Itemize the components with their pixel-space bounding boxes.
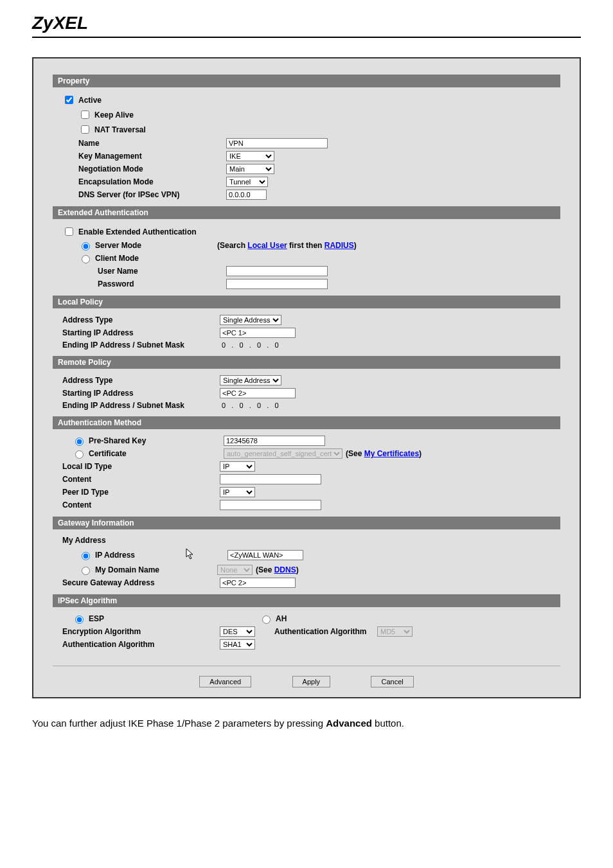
- keep-alive-label: Keep Alive: [94, 111, 134, 120]
- advanced-button[interactable]: Advanced: [199, 676, 251, 687]
- property-section-header: Property: [53, 75, 560, 87]
- local-id-type-select[interactable]: IP: [220, 461, 255, 472]
- active-label: Active: [78, 96, 102, 105]
- logo-divider: [32, 37, 581, 38]
- cancel-button[interactable]: Cancel: [371, 676, 413, 687]
- cursor-icon: [185, 547, 195, 562]
- secure-gateway-label: Secure Gateway Address: [62, 578, 220, 587]
- neg-mode-label: Negotiation Mode: [78, 164, 226, 173]
- peer-id-type-label: Peer ID Type: [62, 488, 220, 497]
- ipsec-alg-section-header: IPSec Algorithm: [53, 594, 560, 607]
- ddns-note: (See DDNS): [256, 565, 299, 574]
- ddns-link[interactable]: DDNS: [274, 565, 296, 574]
- enc-alg-select[interactable]: DES: [220, 626, 255, 637]
- apply-button[interactable]: Apply: [292, 676, 331, 687]
- dns-server-input[interactable]: [226, 190, 267, 200]
- nat-traversal-label: NAT Traversal: [94, 125, 146, 134]
- domain-radio[interactable]: [82, 567, 90, 575]
- encap-mode-label: Encapsulation Mode: [78, 177, 226, 186]
- local-start-ip-input[interactable]: [220, 328, 296, 338]
- auth-alg-label: Authentication Algorithm: [62, 640, 220, 649]
- key-mgmt-select[interactable]: IKE: [226, 151, 274, 161]
- psk-input[interactable]: [224, 436, 325, 446]
- cert-select: auto_generated_self_signed_cert: [224, 448, 342, 459]
- local-addr-type-label: Address Type: [62, 315, 220, 324]
- footer-text: You can further adjust IKE Phase 1/Phase…: [32, 718, 581, 729]
- cert-label: Certificate: [89, 449, 224, 458]
- auth-method-section-header: Authentication Method: [53, 416, 560, 429]
- client-mode-label: Client Mode: [95, 254, 139, 263]
- remote-end-ip-label: Ending IP Address / Subnet Mask: [62, 401, 220, 410]
- local-end-ip-label: Ending IP Address / Subnet Mask: [62, 341, 220, 350]
- remote-end-ip-input: [220, 401, 314, 410]
- brand-logo: ZyXEL: [32, 13, 581, 33]
- local-addr-type-select[interactable]: Single Address: [220, 315, 281, 325]
- esp-label: ESP: [89, 614, 259, 623]
- server-mode-label: Server Mode: [95, 241, 217, 250]
- active-checkbox[interactable]: [65, 96, 73, 104]
- cert-note: (See My Certificates): [346, 449, 422, 458]
- esp-radio[interactable]: [75, 616, 84, 624]
- search-note: (Search Local User first then RADIUS): [217, 241, 357, 250]
- remote-addr-type-select[interactable]: Single Address: [220, 375, 281, 385]
- username-label: User Name: [98, 267, 226, 276]
- ip-address-input[interactable]: [227, 550, 303, 560]
- ah-radio[interactable]: [262, 616, 271, 624]
- peer-content-label: Content: [62, 500, 220, 509]
- dns-server-label: DNS Server (for IPSec VPN): [78, 190, 226, 199]
- vpn-config-form: Property Active Keep Alive NAT Traversal…: [32, 57, 581, 698]
- button-row: Advanced Apply Cancel: [53, 666, 560, 687]
- peer-id-type-select[interactable]: IP: [220, 487, 255, 497]
- remote-addr-type-label: Address Type: [62, 376, 220, 385]
- local-end-ip-input: [220, 341, 314, 350]
- remote-policy-section-header: Remote Policy: [53, 356, 560, 369]
- ext-auth-section-header: Extended Authentication: [53, 206, 560, 219]
- local-content-input[interactable]: [220, 474, 321, 484]
- name-input[interactable]: [226, 138, 328, 148]
- local-content-label: Content: [62, 475, 220, 484]
- gateway-info-section-header: Gateway Information: [53, 517, 560, 529]
- remote-start-ip-label: Starting IP Address: [62, 389, 220, 398]
- psk-label: Pre-Shared Key: [89, 436, 224, 445]
- password-label: Password: [98, 279, 226, 288]
- client-mode-radio[interactable]: [82, 255, 90, 263]
- enable-ext-auth-label: Enable Extended Authentication: [78, 227, 197, 236]
- server-mode-radio[interactable]: [82, 242, 90, 251]
- domain-select: None: [217, 565, 253, 575]
- auth-alg-right-select: MD5: [377, 626, 413, 637]
- encap-mode-select[interactable]: Tunnel: [226, 177, 268, 187]
- password-input[interactable]: [226, 279, 328, 289]
- auth-alg-right-label: Authentication Algorithm: [274, 627, 377, 636]
- neg-mode-select[interactable]: Main: [226, 164, 274, 174]
- auth-alg-select[interactable]: SHA1: [220, 639, 255, 650]
- my-certificates-link[interactable]: My Certificates: [364, 449, 419, 458]
- ip-address-label: IP Address: [95, 551, 172, 560]
- local-start-ip-label: Starting IP Address: [62, 328, 220, 337]
- local-user-link[interactable]: Local User: [247, 241, 287, 250]
- nat-traversal-checkbox[interactable]: [81, 125, 89, 134]
- local-policy-section-header: Local Policy: [53, 296, 560, 308]
- ah-label: AH: [276, 614, 287, 623]
- secure-gateway-input[interactable]: [220, 578, 296, 588]
- enable-ext-auth-checkbox[interactable]: [65, 227, 73, 236]
- name-label: Name: [78, 139, 226, 148]
- radius-link[interactable]: RADIUS: [324, 241, 354, 250]
- local-id-type-label: Local ID Type: [62, 462, 220, 471]
- ip-address-radio[interactable]: [82, 552, 90, 560]
- key-mgmt-label: Key Management: [78, 152, 226, 161]
- enc-alg-label: Encryption Algorithm: [62, 627, 220, 636]
- cert-radio[interactable]: [75, 450, 84, 459]
- peer-content-input[interactable]: [220, 500, 321, 510]
- username-input[interactable]: [226, 266, 328, 276]
- my-address-label: My Address: [62, 536, 210, 545]
- psk-radio[interactable]: [75, 438, 84, 446]
- keep-alive-checkbox[interactable]: [81, 111, 89, 119]
- remote-start-ip-input[interactable]: [220, 388, 296, 398]
- domain-label: My Domain Name: [95, 565, 217, 574]
